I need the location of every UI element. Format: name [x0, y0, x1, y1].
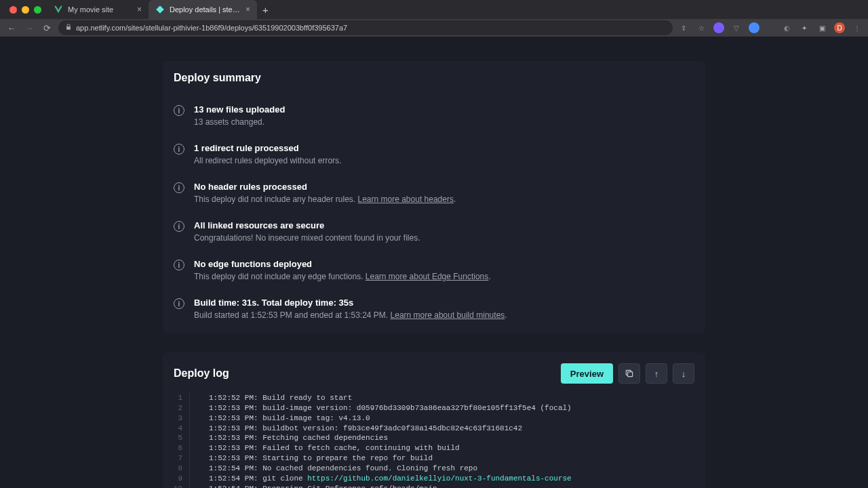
browser-chrome: My movie site × Deploy details | stellul…	[0, 0, 868, 37]
learn-more-link[interactable]: Learn more about Edge Functions	[366, 272, 488, 281]
info-icon: i	[174, 105, 184, 116]
info-icon: i	[174, 298, 184, 309]
star-icon[interactable]: ☆	[696, 22, 707, 33]
summary-sub: Build started at 1:52:53 PM and ended at…	[194, 310, 694, 320]
deploy-log-card: Deploy log Preview ↑ ↓ 11:52:52 PM: Buil…	[163, 352, 705, 488]
forward-button[interactable]: →	[23, 22, 35, 34]
summary-heading: No edge functions deployed	[194, 259, 694, 269]
close-tab-icon[interactable]: ×	[245, 5, 250, 14]
tabs-row: My movie site × Deploy details | stellul…	[0, 0, 868, 19]
info-icon: i	[174, 260, 184, 270]
lock-icon	[65, 24, 72, 32]
ext-shield-icon[interactable]: ◐	[781, 22, 792, 33]
line-content: 1:52:53 PM: buildbot version: f9b3ce49f3…	[190, 424, 522, 434]
svg-rect-0	[628, 372, 633, 377]
address-bar[interactable]: app.netlify.com/sites/stellular-pithivie…	[58, 20, 673, 35]
ext-blue-icon[interactable]	[749, 22, 760, 33]
line-content: 1:52:53 PM: build-image tag: v4.13.0	[190, 413, 370, 424]
line-content: 1:52:54 PM: No cached dependencies found…	[190, 464, 477, 474]
learn-more-link[interactable]: Learn more about headers	[357, 195, 453, 204]
line-content: 1:52:53 PM: Failed to fetch cache, conti…	[190, 443, 460, 453]
reload-button[interactable]: ⟳	[41, 22, 53, 34]
log-line: 91:52:54 PM: git clone https://github.co…	[163, 474, 705, 484]
new-tab-button[interactable]: +	[257, 4, 274, 16]
line-number: 9	[163, 474, 190, 484]
minimize-window-icon[interactable]	[22, 6, 29, 14]
summary-heading: 1 redirect rule processed	[194, 143, 694, 153]
copy-button[interactable]	[618, 363, 640, 384]
summary-text: 13 new files uploaded13 assets changed.	[194, 104, 694, 127]
panel-icon[interactable]: ▣	[816, 22, 827, 33]
window-controls	[5, 6, 47, 14]
line-content: 1:52:53 PM: build-image version: d05976b…	[190, 403, 572, 413]
line-number: 2	[163, 403, 190, 413]
preview-button[interactable]: Preview	[561, 363, 613, 384]
vue-favicon-icon	[54, 5, 63, 14]
log-actions: Preview ↑ ↓	[561, 363, 694, 384]
log-line: 101:52:54 PM: Preparing Git Reference re…	[163, 484, 705, 488]
log-line: 21:52:53 PM: build-image version: d05976…	[163, 403, 705, 413]
netlify-favicon-icon	[155, 5, 165, 14]
line-number: 8	[163, 464, 190, 474]
summary-text: 1 redirect rule processedAll redirect ru…	[194, 143, 694, 165]
close-tab-icon[interactable]: ×	[137, 5, 142, 14]
address-row: ← → ⟳ app.netlify.com/sites/stellular-pi…	[0, 19, 868, 37]
summary-sub: All redirect rules deployed without erro…	[194, 156, 694, 165]
log-title: Deploy log	[174, 367, 229, 380]
log-body: 11:52:52 PM: Build ready to start21:52:5…	[163, 393, 705, 488]
summary-text: Build time: 31s. Total deploy time: 35sB…	[194, 298, 694, 320]
scroll-down-button[interactable]: ↓	[673, 363, 694, 384]
maximize-window-icon[interactable]	[34, 6, 41, 14]
summary-text: No edge functions deployedThis deploy di…	[194, 259, 694, 281]
line-content: 1:52:54 PM: git clone https://github.com…	[190, 474, 572, 484]
summary-item: iBuild time: 31s. Total deploy time: 35s…	[163, 289, 705, 328]
summary-heading: Build time: 31s. Total deploy time: 35s	[194, 298, 694, 308]
summary-title: Deploy summary	[163, 72, 705, 96]
browser-tab-1[interactable]: Deploy details | stellular-pithi… ×	[149, 0, 257, 19]
summary-item: iNo header rules processedThis deploy di…	[163, 174, 705, 212]
line-content: 1:52:54 PM: Preparing Git Reference refs…	[190, 484, 437, 488]
summary-heading: All linked resources are secure	[194, 220, 694, 230]
ext-purple-icon[interactable]	[713, 22, 724, 33]
page-content: Deploy summary i13 new files uploaded13 …	[0, 37, 868, 488]
deploy-summary-card: Deploy summary i13 new files uploaded13 …	[163, 61, 705, 333]
profile-avatar[interactable]: D	[834, 22, 845, 33]
log-line: 81:52:54 PM: No cached dependencies foun…	[163, 464, 705, 474]
log-line: 11:52:52 PM: Build ready to start	[163, 393, 705, 403]
line-number: 1	[163, 393, 190, 403]
line-number: 5	[163, 433, 190, 443]
summary-text: No header rules processedThis deploy did…	[194, 182, 694, 204]
extension-icons: ⇪ ☆ ▽ ◐ ✦ ▣ D ⋮	[678, 22, 863, 33]
extensions-icon[interactable]: ✦	[799, 22, 810, 33]
log-line: 31:52:53 PM: build-image tag: v4.13.0	[163, 413, 705, 424]
log-line: 71:52:53 PM: Starting to prepare the rep…	[163, 453, 705, 464]
line-content: 1:52:52 PM: Build ready to start	[190, 393, 352, 403]
log-url-link[interactable]: https://github.com/danielkellyio/nuxt-3-…	[307, 474, 571, 483]
share-icon[interactable]: ⇪	[678, 22, 689, 33]
scroll-up-button[interactable]: ↑	[646, 363, 667, 384]
info-icon: i	[174, 221, 184, 232]
summary-item: iAll linked resources are secureCongratu…	[163, 212, 705, 251]
log-line: 41:52:53 PM: buildbot version: f9b3ce49f…	[163, 424, 705, 434]
line-number: 7	[163, 453, 190, 464]
tab-title: My movie site	[68, 5, 132, 14]
browser-tab-0[interactable]: My movie site ×	[47, 0, 149, 19]
summary-heading: 13 new files uploaded	[194, 104, 694, 115]
close-window-icon[interactable]	[9, 6, 17, 14]
learn-more-link[interactable]: Learn more about build minutes	[391, 310, 505, 320]
back-button[interactable]: ←	[5, 22, 18, 34]
log-line: 51:52:53 PM: Fetching cached dependencie…	[163, 433, 705, 443]
summary-sub: 13 assets changed.	[194, 117, 694, 127]
line-number: 10	[163, 484, 190, 488]
summary-sub: Congratulations! No insecure mixed conte…	[194, 233, 694, 243]
ext-v-icon[interactable]: ▽	[731, 22, 742, 33]
info-icon: i	[174, 182, 184, 193]
line-content: 1:52:53 PM: Fetching cached dependencies	[190, 433, 388, 443]
log-header: Deploy log Preview ↑ ↓	[163, 363, 705, 393]
menu-icon[interactable]: ⋮	[852, 22, 863, 33]
log-line: 61:52:53 PM: Failed to fetch cache, cont…	[163, 443, 705, 453]
summary-item: i13 new files uploaded13 assets changed.	[163, 96, 705, 135]
summary-sub: This deploy did not include any header r…	[194, 195, 694, 204]
summary-text: All linked resources are secureCongratul…	[194, 220, 694, 243]
summary-sub: This deploy did not include any edge fun…	[194, 272, 694, 281]
